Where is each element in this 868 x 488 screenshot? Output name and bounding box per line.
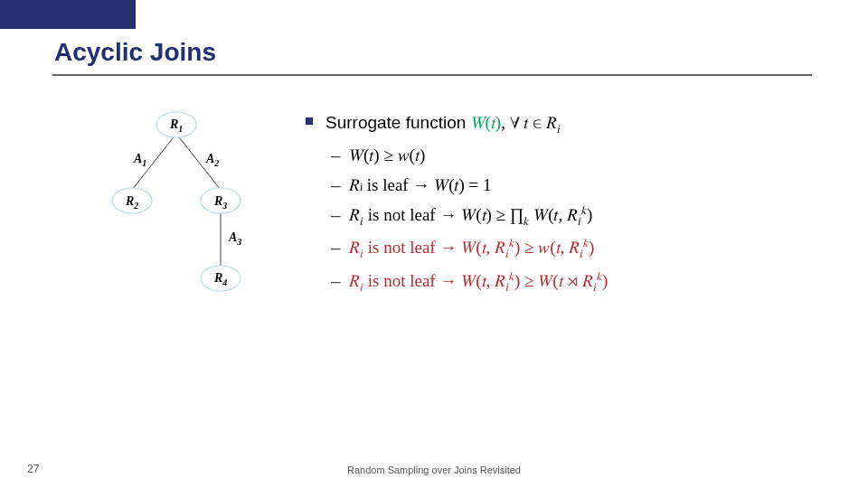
label-r3: R3: [214, 194, 227, 211]
sub-text: 𝑅𝑖 is not leaf → 𝑊(𝑡) ≥ ∏𝑘 𝑊(𝑡, 𝑅𝑖𝑘): [349, 201, 592, 231]
bullet-main: Surrogate function 𝑊(𝑡), ∀ 𝑡 ∈ 𝑅𝑖: [306, 108, 830, 139]
sub-item-1: – 𝑊(𝑡) ≥ 𝑤(𝑡): [306, 141, 830, 169]
label-a2: A2: [206, 152, 219, 168]
accent-bar: [0, 0, 136, 29]
bullet-text: Surrogate function 𝑊(𝑡), ∀ 𝑡 ∈ 𝑅𝑖: [326, 108, 561, 139]
sub-item-4: – 𝑅𝑖 is not leaf → 𝑊(𝑡, 𝑅𝑖𝑘) ≥ 𝑤(𝑡, 𝑅𝑖𝑘): [306, 233, 830, 264]
dash-icon: –: [331, 171, 340, 199]
dash-icon: –: [331, 267, 340, 295]
sub-item-5: – 𝑅𝑖 is not leaf → 𝑊(𝑡, 𝑅𝑖𝑘) ≥ 𝑊(𝑡 ⋊ 𝑅𝑖𝑘…: [306, 267, 830, 297]
join-tree-diagram: R1 R2 R3 R4 A1 A2 A3: [90, 107, 280, 342]
dash-icon: –: [331, 141, 340, 169]
bullet-square-icon: [306, 117, 313, 125]
sub-text: 𝑅𝑖 is not leaf → 𝑊(𝑡, 𝑅𝑖𝑘) ≥ 𝑊(𝑡 ⋊ 𝑅𝑖𝑘): [349, 267, 608, 297]
footer-text: Random Sampling over Joins Revisited: [0, 465, 868, 475]
title-underline: [52, 74, 812, 76]
sub-item-2: – 𝑅ᵢ is leaf → 𝑊(𝑡) = 1: [306, 171, 830, 199]
sub-text: 𝑊(𝑡) ≥ 𝑤(𝑡): [349, 141, 425, 169]
content-block: Surrogate function 𝑊(𝑡), ∀ 𝑡 ∈ 𝑅𝑖 – 𝑊(𝑡)…: [306, 108, 830, 299]
sub-text: 𝑅𝑖 is not leaf → 𝑊(𝑡, 𝑅𝑖𝑘) ≥ 𝑤(𝑡, 𝑅𝑖𝑘): [349, 233, 594, 264]
label-r4: R4: [214, 271, 227, 287]
dash-icon: –: [331, 201, 340, 229]
label-a1: A1: [134, 152, 146, 168]
sub-item-3: – 𝑅𝑖 is not leaf → 𝑊(𝑡) ≥ ∏𝑘 𝑊(𝑡, 𝑅𝑖𝑘): [306, 201, 830, 231]
label-r1: R1: [170, 117, 183, 134]
page-title: Acyclic Joins: [54, 38, 216, 67]
label-r2: R2: [126, 194, 138, 211]
slide: Acyclic Joins R1 R2 R3 R4 A1 A2 A3 Surro…: [0, 0, 868, 488]
sub-text: 𝑅ᵢ is leaf → 𝑊(𝑡) = 1: [349, 171, 492, 199]
dash-icon: –: [331, 233, 340, 261]
label-a3: A3: [229, 230, 241, 247]
